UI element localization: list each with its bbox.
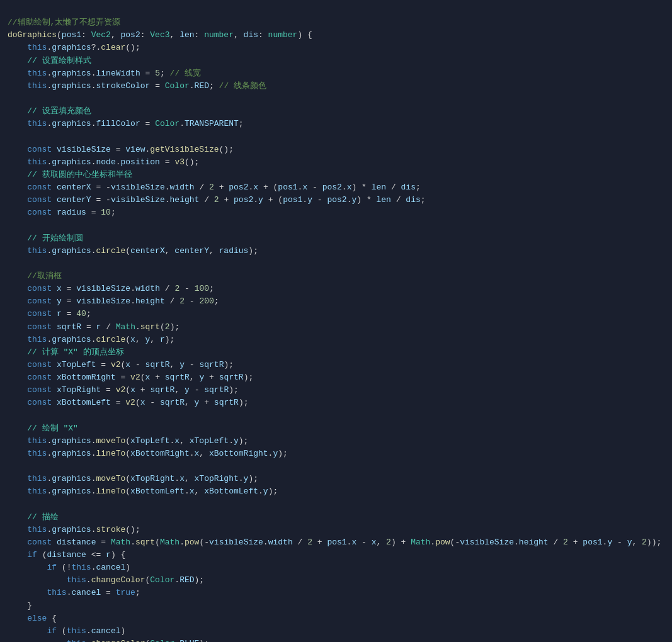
fn-dographics: doGraphics (8, 30, 57, 40)
comment-line-1: //辅助绘制,太懒了不想弄资源 (8, 18, 120, 27)
code-editor: //辅助绘制,太懒了不想弄资源 doGraphics(pos1: Vec2, p… (0, 0, 672, 642)
